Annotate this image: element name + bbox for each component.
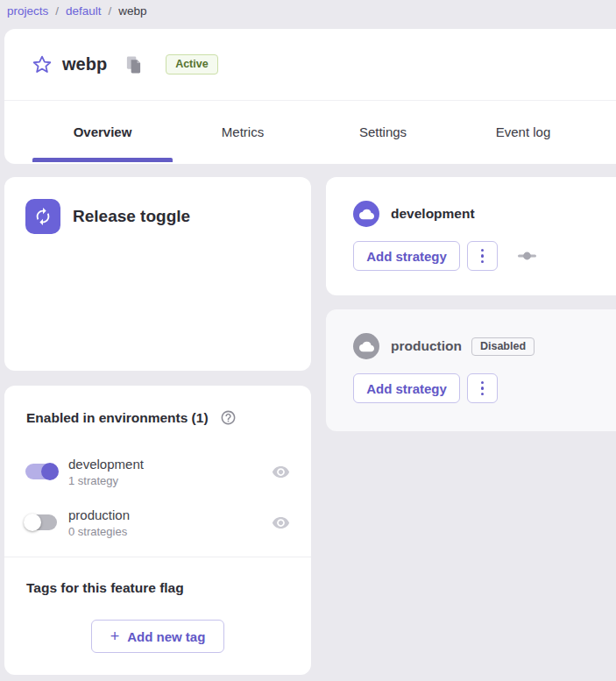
panel-actions: Add strategy <box>353 373 498 403</box>
environment-panel-name: production <box>391 338 462 354</box>
add-new-tag-button[interactable]: + Add new tag <box>91 620 224 653</box>
visibility-eye-icon[interactable] <box>272 514 290 532</box>
flag-title-row: webp Active <box>4 29 616 101</box>
toggle-thumb <box>24 514 41 531</box>
tab-settings-label: Settings <box>359 124 407 139</box>
cloud-icon <box>353 201 379 227</box>
development-environment-panel: development Add strategy <box>326 177 616 295</box>
breadcrumb: projects / default / webp <box>7 0 147 21</box>
favorite-star-icon[interactable] <box>31 53 53 76</box>
breadcrumb-projects[interactable]: projects <box>7 4 48 18</box>
flag-type-label: Release toggle <box>73 207 190 226</box>
breadcrumb-project-default[interactable]: default <box>66 4 102 18</box>
environments-title: Enabled in environments (1) <box>26 410 209 426</box>
flag-header-card: webp Active Overview Metrics Settings Ev… <box>4 29 616 164</box>
page-title: webp <box>62 54 107 74</box>
panel-actions: Add strategy <box>353 241 538 271</box>
add-strategy-button[interactable]: Add strategy <box>353 241 460 271</box>
disabled-badge: Disabled <box>471 337 535 356</box>
status-badge: Active <box>166 54 218 74</box>
more-options-kebab-icon[interactable] <box>467 373 498 403</box>
breadcrumb-separator: / <box>55 4 59 18</box>
tab-event-log[interactable]: Event log <box>453 101 593 163</box>
card-divider <box>4 557 311 557</box>
plus-icon: + <box>110 628 120 644</box>
tab-metrics-label: Metrics <box>222 124 264 139</box>
tab-bar: Overview Metrics Settings Event log <box>4 101 616 163</box>
release-toggle-type-icon <box>25 199 60 234</box>
environment-name: production <box>68 507 130 522</box>
environment-row-development: development 1 strategy <box>25 450 290 493</box>
panel-header: production Disabled <box>353 333 535 359</box>
tab-overview-label: Overview <box>74 124 132 139</box>
environment-strategy-count: 0 strategies <box>68 525 130 538</box>
cloud-icon <box>353 333 379 359</box>
panel-header: development <box>353 201 475 227</box>
environment-row-production: production 0 strategies <box>25 501 290 543</box>
active-tab-underline <box>32 158 173 162</box>
production-environment-panel: production Disabled Add strategy <box>326 309 616 431</box>
environment-name: development <box>68 457 144 472</box>
toggle-thumb <box>41 463 59 480</box>
environments-title-row: Enabled in environments (1) <box>26 409 237 426</box>
breadcrumb-separator: / <box>109 4 112 18</box>
flag-details-card: Release toggle Project: default No descr… <box>4 177 311 371</box>
visibility-eye-icon[interactable] <box>272 463 290 481</box>
tab-metrics[interactable]: Metrics <box>173 101 313 163</box>
more-options-kebab-icon[interactable] <box>467 241 498 271</box>
tab-settings[interactable]: Settings <box>313 101 453 163</box>
breadcrumb-current-flag: webp <box>118 4 146 18</box>
strategy-drag-handle-icon <box>517 251 538 261</box>
environment-panel-name: development <box>391 206 475 222</box>
tags-title: Tags for this feature flag <box>26 580 184 596</box>
development-toggle[interactable] <box>25 464 57 479</box>
add-new-tag-label: Add new tag <box>127 629 205 644</box>
production-toggle[interactable] <box>25 514 57 530</box>
add-strategy-button[interactable]: Add strategy <box>353 373 460 403</box>
environments-card: Enabled in environments (1) development … <box>4 386 311 675</box>
copy-name-icon[interactable] <box>125 55 142 74</box>
environment-strategy-count: 1 strategy <box>68 474 144 487</box>
tab-overview[interactable]: Overview <box>32 101 173 163</box>
help-icon[interactable] <box>220 409 237 426</box>
tab-event-log-label: Event log <box>496 124 551 139</box>
